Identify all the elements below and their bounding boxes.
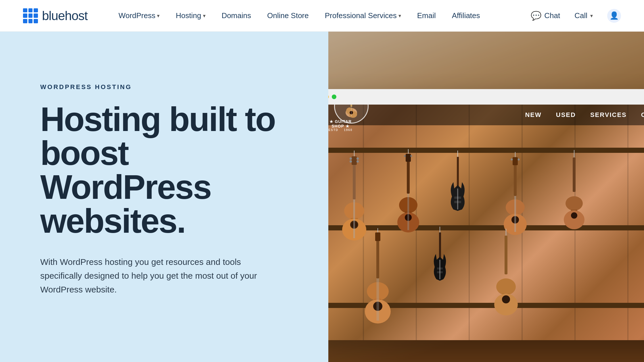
svg-rect-26 <box>406 154 411 162</box>
professional-services-dropdown-icon: ▾ <box>398 13 401 19</box>
svg-rect-56 <box>573 157 576 192</box>
svg-point-28 <box>410 155 412 157</box>
browser-maximize-dot <box>332 95 336 99</box>
svg-rect-10 <box>353 159 356 199</box>
wordpress-dropdown-icon: ▾ <box>157 13 160 19</box>
user-icon: 👤 <box>610 11 619 20</box>
call-button[interactable]: Call ▾ <box>574 11 593 20</box>
svg-point-14 <box>350 160 352 163</box>
svg-rect-25 <box>407 156 410 194</box>
svg-rect-62 <box>376 235 379 278</box>
chat-button[interactable]: 💬 Chat <box>531 11 560 21</box>
svg-rect-63 <box>375 232 380 241</box>
nav-item-domains[interactable]: Domains <box>214 0 259 32</box>
svg-point-27 <box>404 155 406 157</box>
svg-rect-7 <box>328 225 644 230</box>
svg-rect-45 <box>513 157 518 165</box>
mock-browser-window: ★ GUITAR SHOP ★ ESTD 1960 NEW USED SERVI… <box>328 89 644 340</box>
main-nav: WordPress ▾ Hosting ▾ Domains Online Sto… <box>110 0 488 32</box>
hero-section: WORDPRESS HOSTING Hosting built to boost… <box>0 32 644 362</box>
nav-item-hosting[interactable]: Hosting ▾ <box>168 0 213 32</box>
svg-point-15 <box>356 160 359 163</box>
logo[interactable]: bluehost <box>23 8 87 23</box>
header-left: bluehost WordPress ▾ Hosting ▾ Domains O… <box>23 0 488 32</box>
hero-description: With WordPress hosting you get resources… <box>40 255 282 296</box>
header-right: 💬 Chat Call ▾ 👤 <box>531 9 621 23</box>
hero-right: ★ GUITAR SHOP ★ ESTD 1960 NEW USED SERVI… <box>328 32 644 362</box>
svg-rect-6 <box>328 148 644 153</box>
browser-titlebar <box>328 89 644 105</box>
svg-rect-79 <box>505 236 507 274</box>
svg-point-47 <box>518 159 520 161</box>
mock-nav-used: USED <box>556 111 576 119</box>
guitar-shop-nav-links: NEW USED SERVICES CONTACT US <box>403 111 644 119</box>
browser-content: ★ GUITAR SHOP ★ ESTD 1960 NEW USED SERVI… <box>328 105 644 340</box>
call-dropdown-icon: ▾ <box>590 13 593 19</box>
svg-point-80 <box>496 278 516 295</box>
mock-nav-services: SERVICES <box>590 111 627 119</box>
nav-item-email[interactable]: Email <box>409 0 444 32</box>
svg-point-46 <box>511 159 513 161</box>
mock-nav-new: NEW <box>525 111 541 119</box>
svg-point-83 <box>502 295 510 303</box>
guitar-wall-svg <box>328 105 644 340</box>
user-account-button[interactable]: 👤 <box>607 9 621 23</box>
svg-point-57 <box>566 196 583 211</box>
nav-item-online-store[interactable]: Online Store <box>259 0 317 32</box>
hosting-dropdown-icon: ▾ <box>203 13 206 19</box>
browser-minimize-dot <box>328 95 329 99</box>
nav-item-professional-services[interactable]: Professional Services ▾ <box>317 0 409 32</box>
guitar-shop-nav: ★ GUITAR SHOP ★ ESTD 1960 NEW USED SERVI… <box>328 105 644 125</box>
hero-title: Hosting built to boost WordPress website… <box>40 102 300 238</box>
logo-grid-icon <box>23 8 38 23</box>
chat-icon: 💬 <box>531 11 541 21</box>
guitar-shop-name: ★ GUITAR SHOP ★ ESTD 1960 <box>328 119 355 132</box>
hero-eyebrow: WORDPRESS HOSTING <box>40 83 300 91</box>
svg-point-12 <box>350 157 352 160</box>
svg-point-13 <box>356 157 359 160</box>
svg-rect-37 <box>457 157 459 188</box>
svg-point-60 <box>571 212 577 219</box>
svg-rect-0 <box>350 105 352 107</box>
logo-text: bluehost <box>42 9 87 23</box>
guitar-shop-logo-area: ★ GUITAR SHOP ★ ESTD 1960 <box>328 105 403 134</box>
guitar-icon <box>343 105 360 118</box>
hero-left: WORDPRESS HOSTING Hosting built to boost… <box>0 32 328 362</box>
svg-rect-11 <box>352 156 357 165</box>
svg-rect-44 <box>514 160 517 196</box>
header: bluehost WordPress ▾ Hosting ▾ Domains O… <box>0 0 644 32</box>
nav-item-wordpress[interactable]: WordPress ▾ <box>110 0 168 32</box>
nav-item-affiliates[interactable]: Affiliates <box>444 0 488 32</box>
mock-nav-contact-us: CONTACT US <box>641 111 644 119</box>
